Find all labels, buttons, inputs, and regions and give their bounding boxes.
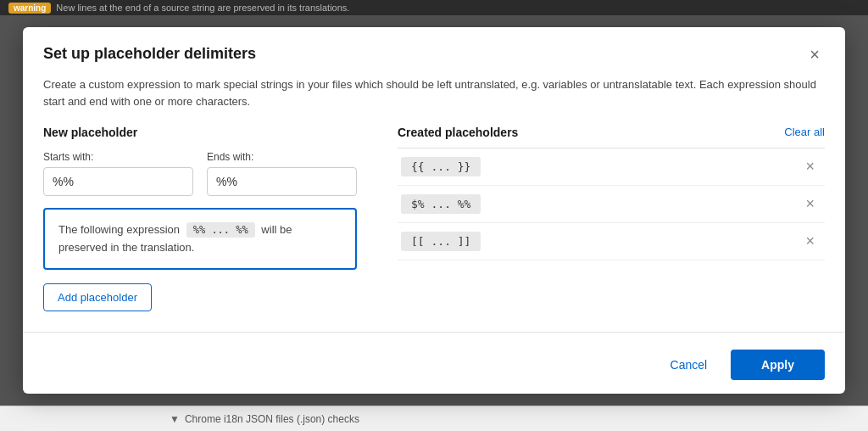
list-item: $% ... %% × bbox=[398, 186, 825, 223]
modal-backdrop: Set up placeholder delimiters × Create a… bbox=[0, 15, 868, 406]
bottom-bar: ▼ Chrome i18n JSON files (.json) checks bbox=[0, 406, 868, 431]
placeholder-tag: $% ... %% bbox=[401, 194, 481, 214]
left-panel: New placeholder Starts with: Ends with: bbox=[43, 126, 357, 312]
dialog: Set up placeholder delimiters × Create a… bbox=[23, 27, 845, 395]
preview-box: The following expression %% ... %% will … bbox=[43, 208, 357, 271]
right-section-header: Created placeholders Clear all bbox=[398, 126, 825, 139]
ends-with-label: Ends with: bbox=[207, 151, 357, 163]
warning-strip: warning New lines at the end of a source… bbox=[0, 0, 868, 15]
starts-with-input[interactable] bbox=[43, 167, 193, 196]
dialog-body: New placeholder Starts with: Ends with: bbox=[23, 126, 845, 312]
list-item: [[ ... ]] × bbox=[398, 223, 825, 260]
placeholder-tag: [[ ... ]] bbox=[401, 232, 481, 251]
dialog-description: Create a custom expression to mark speci… bbox=[23, 73, 845, 126]
cancel-button[interactable]: Cancel bbox=[657, 350, 721, 380]
dialog-footer: Cancel Apply bbox=[23, 332, 845, 394]
right-panel: Created placeholders Clear all {{ ... }}… bbox=[398, 126, 825, 312]
warning-badge: warning bbox=[8, 3, 51, 14]
field-row: Starts with: Ends with: bbox=[43, 151, 357, 196]
warning-text: New lines at the end of a source string … bbox=[56, 3, 349, 13]
apply-button[interactable]: Apply bbox=[731, 350, 825, 380]
starts-with-group: Starts with: bbox=[43, 151, 193, 196]
clear-all-button[interactable]: Clear all bbox=[784, 126, 825, 138]
dialog-title: Set up placeholder delimiters bbox=[43, 45, 256, 63]
remove-item-button[interactable]: × bbox=[798, 157, 821, 176]
dialog-header: Set up placeholder delimiters × bbox=[23, 27, 845, 73]
new-placeholder-title: New placeholder bbox=[43, 126, 357, 139]
preview-text-before: The following expression bbox=[58, 223, 180, 236]
created-placeholders-title: Created placeholders bbox=[398, 126, 518, 139]
add-placeholder-button[interactable]: Add placeholder bbox=[43, 283, 152, 311]
ends-with-input[interactable] bbox=[207, 167, 357, 196]
bottom-bar-text: ▼ Chrome i18n JSON files (.json) checks bbox=[170, 413, 359, 425]
placeholder-list: {{ ... }} × $% ... %% × [[ ... ]] × bbox=[398, 148, 825, 260]
preview-code-tag: %% ... %% bbox=[186, 222, 255, 238]
remove-item-button[interactable]: × bbox=[798, 194, 821, 213]
list-item: {{ ... }} × bbox=[398, 148, 825, 186]
starts-with-label: Starts with: bbox=[43, 151, 193, 163]
remove-item-button[interactable]: × bbox=[798, 232, 821, 250]
placeholder-tag: {{ ... }} bbox=[401, 157, 481, 176]
close-button[interactable]: × bbox=[804, 44, 825, 64]
ends-with-group: Ends with: bbox=[207, 151, 357, 196]
